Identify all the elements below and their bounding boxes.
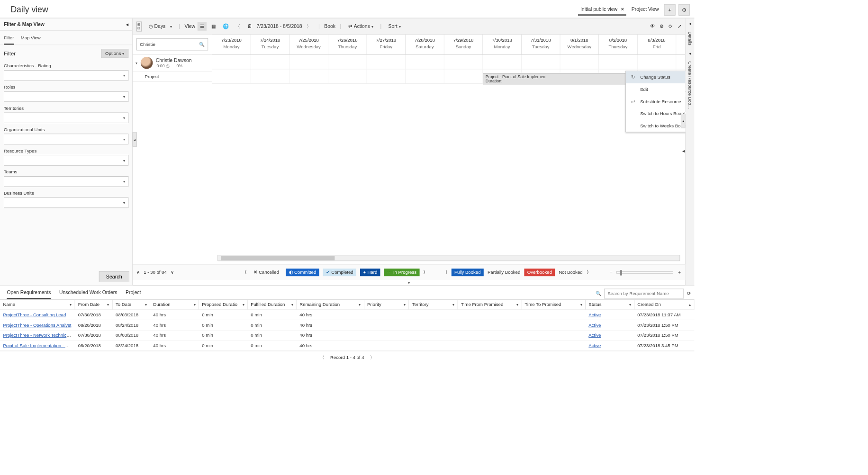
filter-select[interactable] [4, 91, 128, 102]
column-header[interactable]: Name [0, 300, 75, 310]
zoom-out-icon[interactable]: − [610, 269, 613, 275]
menu-item[interactable]: Switch to Weeks Board [626, 120, 686, 132]
actions-dropdown[interactable]: ⇄ Actions [346, 22, 376, 30]
filter-select[interactable] [4, 134, 128, 144]
grid-cell[interactable] [638, 55, 677, 69]
project-row[interactable]: Project [133, 72, 212, 82]
column-header[interactable]: Territory [409, 300, 458, 310]
zoom-slider[interactable] [616, 271, 673, 273]
next-range-button[interactable]: 〉 [304, 21, 314, 31]
column-header[interactable]: Status [586, 300, 634, 310]
grid-cell[interactable] [289, 55, 328, 69]
search-icon[interactable]: 🔍 [596, 291, 601, 296]
grid-cell[interactable] [212, 69, 251, 83]
collapse-left-button[interactable]: ◂ [132, 132, 137, 146]
zoom-in-icon[interactable]: ＋ [677, 269, 682, 276]
grid-cell[interactable] [444, 69, 483, 83]
refresh-icon[interactable]: ⟳ [669, 24, 673, 29]
grid-cell[interactable] [251, 55, 290, 69]
grid-cell[interactable] [560, 55, 599, 69]
scroll-right-handle[interactable]: ◂ [682, 148, 685, 153]
column-header[interactable]: From Date [75, 300, 112, 310]
collapse-right-icon2[interactable]: ◂ [689, 48, 691, 58]
column-header[interactable]: Duration [150, 300, 199, 310]
close-icon[interactable]: × [621, 6, 624, 12]
column-header[interactable]: Created On [634, 300, 695, 310]
grid-cell[interactable] [328, 55, 367, 69]
prev-icon[interactable]: 〈 [242, 269, 247, 276]
table-row[interactable]: ProjectThree - Operations Analyst08/20/2… [0, 320, 695, 331]
eye-icon[interactable]: 👁 [650, 24, 655, 29]
tab-project[interactable]: Project [126, 288, 141, 299]
tab-unscheduled[interactable]: Unscheduled Work Orders [59, 288, 117, 299]
column-header[interactable]: Fulfilled Duration [248, 300, 297, 310]
prev-icon2[interactable]: 〈 [443, 269, 448, 276]
settings-button[interactable]: ⚙ [678, 4, 690, 15]
view-tab-project[interactable]: Project View [629, 4, 661, 15]
requirement-link[interactable]: ProjectThree - Operations Analyst [3, 323, 71, 328]
horizontal-scrollbar[interactable] [217, 255, 680, 261]
table-row[interactable]: ProjectThree - Consulting Lead07/30/2018… [0, 310, 695, 320]
collapse-down-icon[interactable]: ▾ [408, 281, 410, 285]
sidebar-search-button[interactable]: Search [99, 271, 129, 282]
view-grid-button[interactable]: ▦ [209, 22, 218, 30]
column-header[interactable]: Time From Promised [458, 300, 522, 310]
column-header[interactable]: Priority [364, 300, 409, 310]
menu-item[interactable]: Edit [626, 83, 686, 96]
column-header[interactable]: Time To Promised [522, 300, 586, 310]
options-button[interactable]: Options [101, 49, 128, 58]
requirement-link[interactable]: ProjectThree - Network Technician [3, 332, 72, 338]
requirement-link[interactable]: Point of Sale Implementation - O... [3, 343, 72, 348]
resource-row[interactable]: ▾ Christie Dawson 0:00 ◷ 0% [133, 54, 212, 72]
menu-item[interactable]: ↻Change Status▸ [626, 71, 686, 83]
requirement-search-input[interactable] [604, 289, 684, 299]
resource-search-input[interactable]: Christie 🔍 [136, 38, 208, 51]
next-page-icon[interactable]: ∨ [171, 269, 174, 275]
tab-open-requirements[interactable]: Open Requirements [7, 288, 51, 299]
grid-cell[interactable] [212, 55, 251, 69]
add-view-button[interactable]: + [664, 4, 676, 15]
first-page-icon[interactable]: ∧ [136, 269, 140, 275]
grid-cell[interactable] [522, 55, 561, 69]
view-tab-initial[interactable]: Initial public view × [578, 4, 626, 15]
time-unit-dropdown[interactable]: ◷ Days [146, 22, 174, 30]
create-booking-tab[interactable]: Create Resource Boo... [687, 58, 693, 112]
expand-icon[interactable]: ▾ [136, 61, 137, 65]
pager-prev[interactable]: 〈 [320, 354, 325, 361]
grid-cell[interactable] [251, 69, 290, 83]
filter-select[interactable] [4, 176, 128, 187]
collapse-icon[interactable]: ◂ [126, 22, 129, 27]
grid-cell[interactable] [599, 55, 638, 69]
column-header[interactable]: To Date [113, 300, 150, 310]
requirement-link[interactable]: ProjectThree - Consulting Lead [3, 312, 66, 317]
status-link[interactable]: Active [588, 323, 601, 328]
next-icon[interactable]: 〉 [423, 269, 428, 276]
grid-cell[interactable] [444, 55, 483, 69]
menu-item[interactable]: Switch to Hours Board [626, 108, 686, 120]
sort-dropdown[interactable]: Sort [386, 22, 403, 30]
status-link[interactable]: Active [588, 312, 601, 317]
view-map-button[interactable]: 🌐 [220, 22, 231, 30]
menu-item[interactable]: ⇄Substitute Resource▸ [626, 96, 686, 108]
fullscreen-icon[interactable]: ⤢ [678, 24, 682, 29]
filter-select[interactable] [4, 197, 128, 208]
status-link[interactable]: Active [588, 343, 601, 348]
view-list-button[interactable]: ☰ [198, 22, 207, 30]
collapse-right-icon[interactable]: ◂ [689, 18, 691, 28]
expand-collapse-icon[interactable]: ⊞⊟ [136, 21, 142, 31]
gear-icon[interactable]: ⚙ [660, 24, 664, 29]
grid-cell[interactable] [367, 55, 406, 69]
grid-cell[interactable] [367, 69, 406, 83]
filter-select[interactable] [4, 113, 128, 123]
filter-select[interactable] [4, 70, 128, 81]
refresh-icon[interactable]: ⟳ [687, 291, 691, 296]
booking-bar[interactable]: Project - Point of Sale Implemen Duratio… [483, 73, 637, 85]
next-icon2[interactable]: 〉 [587, 269, 591, 276]
column-header[interactable]: Proposed Duratio [199, 300, 248, 310]
details-tab[interactable]: Details [687, 28, 693, 48]
grid-cell[interactable] [406, 55, 444, 69]
status-link[interactable]: Active [588, 332, 601, 338]
grid-cell[interactable] [483, 55, 522, 69]
book-label[interactable]: Book [324, 24, 335, 29]
grid-cell[interactable] [406, 69, 444, 83]
